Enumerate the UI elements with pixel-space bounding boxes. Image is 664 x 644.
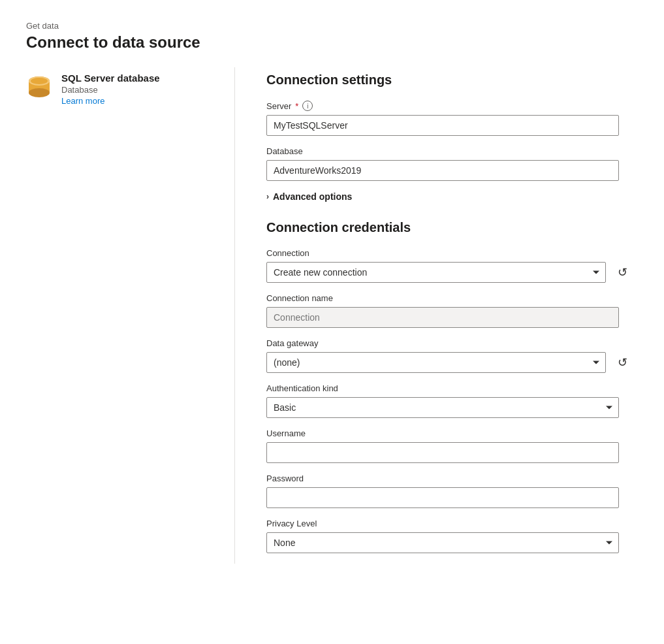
username-label: Username bbox=[266, 428, 306, 438]
auth-kind-select-wrapper: Basic Windows OAuth2 bbox=[266, 397, 619, 418]
connector-info: SQL Server database Database Learn more bbox=[61, 72, 160, 106]
privacy-level-select-wrapper: None Public Organizational Private bbox=[266, 532, 619, 553]
connection-name-label-group: Connection name bbox=[266, 293, 638, 303]
connector-name: SQL Server database bbox=[61, 72, 160, 84]
username-group: Username bbox=[266, 428, 638, 463]
data-gateway-select[interactable]: (none) bbox=[266, 352, 606, 373]
connector-item: SQL Server database Database Learn more bbox=[26, 72, 208, 106]
database-label-group: Database bbox=[266, 146, 638, 156]
server-group: Server * i bbox=[266, 101, 638, 136]
database-group: Database bbox=[266, 146, 638, 181]
page-header: Get data Connect to data source bbox=[26, 21, 638, 52]
server-info-icon[interactable]: i bbox=[302, 101, 313, 111]
connection-label: Connection bbox=[266, 248, 309, 258]
password-label: Password bbox=[266, 474, 304, 483]
main-layout: SQL Server database Database Learn more … bbox=[26, 67, 638, 564]
page-title: Connect to data source bbox=[26, 33, 638, 52]
chevron-right-icon: › bbox=[266, 192, 269, 201]
data-gateway-refresh-icon: ↺ bbox=[618, 355, 627, 370]
auth-kind-label: Authentication kind bbox=[266, 383, 338, 393]
data-gateway-select-wrapper: (none) bbox=[266, 352, 606, 373]
connection-credentials-title: Connection credentials bbox=[266, 220, 638, 235]
auth-kind-label-group: Authentication kind bbox=[266, 383, 638, 393]
breadcrumb: Get data bbox=[26, 21, 638, 31]
privacy-level-label: Privacy Level bbox=[266, 519, 317, 528]
connection-name-label: Connection name bbox=[266, 293, 333, 303]
connection-settings-title: Connection settings bbox=[266, 72, 638, 88]
password-group: Password bbox=[266, 474, 638, 508]
data-gateway-label-group: Data gateway bbox=[266, 338, 638, 348]
data-gateway-label: Data gateway bbox=[266, 338, 319, 348]
right-panel: Connection settings Server * i Database … bbox=[235, 67, 638, 564]
connection-select[interactable]: Create new connection bbox=[266, 262, 606, 283]
refresh-icon: ↺ bbox=[618, 265, 627, 280]
auth-kind-group: Authentication kind Basic Windows OAuth2 bbox=[266, 383, 638, 418]
advanced-options-toggle[interactable]: › Advanced options bbox=[266, 191, 638, 202]
server-label-group: Server * i bbox=[266, 101, 638, 111]
learn-more-link[interactable]: Learn more bbox=[61, 96, 160, 106]
connection-group: Connection Create new connection ↺ bbox=[266, 248, 638, 283]
server-label: Server bbox=[266, 101, 291, 111]
connection-name-input[interactable] bbox=[266, 307, 619, 328]
connection-refresh-button[interactable]: ↺ bbox=[612, 263, 632, 282]
username-input[interactable] bbox=[266, 442, 619, 463]
data-gateway-group: Data gateway (none) ↺ bbox=[266, 338, 638, 373]
sql-server-icon bbox=[26, 74, 52, 100]
svg-point-2 bbox=[29, 88, 50, 97]
left-panel: SQL Server database Database Learn more bbox=[26, 67, 235, 564]
section-divider: Connection credentials bbox=[266, 220, 638, 235]
connection-name-group: Connection name bbox=[266, 293, 638, 328]
server-required: * bbox=[295, 101, 298, 111]
advanced-options-label: Advanced options bbox=[273, 191, 352, 202]
database-label: Database bbox=[266, 146, 303, 156]
connector-type: Database bbox=[61, 85, 160, 95]
privacy-level-select[interactable]: None Public Organizational Private bbox=[266, 532, 619, 553]
connection-dropdown-wrapper: Create new connection ↺ bbox=[266, 262, 632, 283]
data-gateway-dropdown-wrapper: (none) ↺ bbox=[266, 352, 632, 373]
privacy-level-label-group: Privacy Level bbox=[266, 519, 638, 528]
server-input[interactable] bbox=[266, 115, 619, 136]
password-label-group: Password bbox=[266, 474, 638, 483]
connection-label-group: Connection bbox=[266, 248, 638, 258]
svg-point-4 bbox=[31, 78, 48, 84]
privacy-level-group: Privacy Level None Public Organizational… bbox=[266, 519, 638, 553]
auth-kind-select[interactable]: Basic Windows OAuth2 bbox=[266, 397, 619, 418]
data-gateway-refresh-button[interactable]: ↺ bbox=[612, 353, 632, 372]
password-input[interactable] bbox=[266, 487, 619, 508]
username-label-group: Username bbox=[266, 428, 638, 438]
database-input[interactable] bbox=[266, 160, 619, 181]
connection-select-wrapper: Create new connection bbox=[266, 262, 606, 283]
